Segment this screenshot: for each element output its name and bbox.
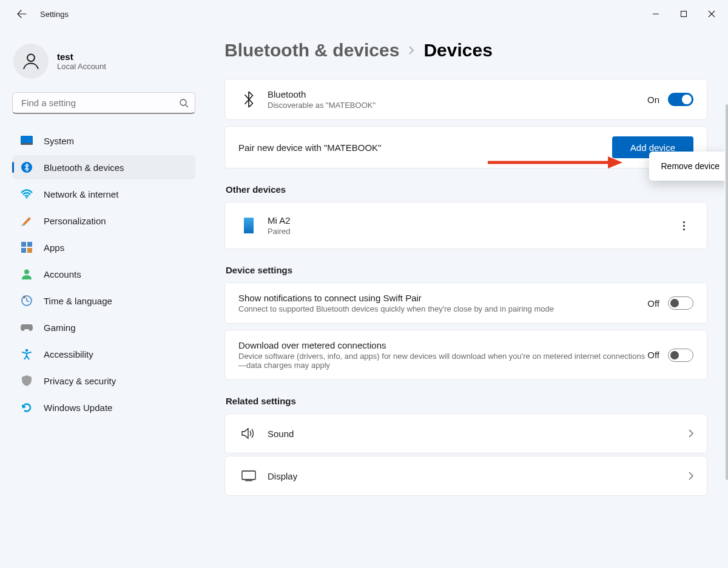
device-more-button[interactable] (674, 216, 693, 235)
svg-rect-17 (242, 471, 255, 479)
device-row[interactable]: Mi A2 Paired (224, 202, 707, 249)
breadcrumb-parent[interactable]: Bluetooth & devices (224, 40, 399, 61)
chevron-right-icon (408, 46, 415, 55)
nav-time[interactable]: Time & language (12, 289, 195, 313)
device-name: Mi A2 (268, 215, 674, 226)
update-icon (21, 401, 33, 413)
chevron-right-icon (689, 429, 693, 438)
svg-rect-12 (27, 248, 32, 253)
app-title: Settings (40, 10, 69, 19)
back-button[interactable] (12, 4, 32, 24)
nav-label: Gaming (44, 322, 76, 333)
nav-privacy[interactable]: Privacy & security (12, 369, 195, 393)
sound-icon (238, 427, 259, 439)
related-display[interactable]: Display (224, 456, 707, 496)
person-icon (21, 268, 33, 280)
minimize-button[interactable] (642, 0, 670, 28)
swift-pair-card: Show notifications to connect using Swif… (224, 282, 707, 324)
svg-point-13 (24, 270, 29, 275)
svg-point-16 (25, 349, 29, 352)
nav-system[interactable]: System (12, 129, 195, 153)
nav-apps[interactable]: Apps (12, 235, 195, 259)
main-panel: Bluetooth & devices Devices Bluetooth Di… (204, 28, 724, 568)
nav-personalization[interactable]: Personalization (12, 209, 195, 233)
svg-line-4 (186, 105, 188, 107)
nav-update[interactable]: Windows Update (12, 395, 195, 419)
device-context-menu: Remove device (649, 152, 725, 181)
phone-icon (238, 218, 259, 233)
swift-pair-title: Show notifications to connect using Swif… (238, 293, 647, 303)
shield-icon (21, 375, 33, 387)
svg-rect-9 (21, 242, 26, 247)
nav-label: System (44, 136, 74, 146)
nav-label: Accessibility (44, 349, 93, 359)
svg-marker-20 (608, 156, 622, 169)
svg-rect-6 (21, 143, 33, 145)
nav-network[interactable]: Network & internet (12, 182, 195, 206)
arrow-left-icon (17, 9, 27, 19)
scrollbar[interactable] (724, 28, 728, 568)
bluetooth-toggle[interactable] (668, 93, 693, 106)
wifi-icon (21, 188, 33, 200)
breadcrumb: Bluetooth & devices Devices (224, 40, 707, 61)
annotation-arrow (488, 155, 622, 170)
section-device-settings: Device settings (226, 265, 707, 275)
pair-device-label: Pair new device with "MATEBOOK" (238, 142, 612, 153)
nav-list: System Bluetooth & devices Network & int… (12, 129, 195, 419)
related-sound[interactable]: Sound (224, 413, 707, 453)
clock-icon (21, 295, 33, 307)
metered-subtitle: Device software (drivers, info, and apps… (238, 352, 647, 370)
metered-status: Off (647, 350, 659, 360)
nav-accessibility[interactable]: Accessibility (12, 342, 195, 366)
nav-label: Time & language (44, 296, 112, 306)
bluetooth-icon (21, 161, 33, 173)
minimize-icon (652, 10, 659, 18)
bluetooth-subtitle: Discoverable as "MATEBOOK" (268, 101, 647, 110)
gamepad-icon (21, 321, 33, 333)
profile-block[interactable]: test Local Account (13, 44, 195, 79)
section-other-devices: Other devices (226, 184, 707, 195)
search-input[interactable] (21, 98, 179, 108)
scrollbar-thumb[interactable] (726, 104, 728, 480)
close-button[interactable] (698, 0, 726, 28)
sidebar: test Local Account System Bluetooth & de… (4, 28, 204, 568)
search-box[interactable] (12, 92, 195, 114)
accessibility-icon (21, 348, 33, 360)
titlebar: Settings (0, 0, 728, 28)
metered-title: Download over metered connections (238, 340, 647, 350)
maximize-button[interactable] (670, 0, 698, 28)
user-icon (21, 51, 41, 72)
bluetooth-glyph-icon (238, 92, 259, 107)
avatar (13, 44, 49, 79)
metered-card: Download over metered connections Device… (224, 330, 707, 380)
swift-pair-status: Off (647, 298, 659, 309)
nav-gaming[interactable]: Gaming (12, 315, 195, 339)
swift-pair-toggle[interactable] (668, 296, 693, 310)
remove-device-item[interactable]: Remove device (649, 155, 725, 177)
display-icon (238, 470, 259, 481)
nav-label: Bluetooth & devices (44, 162, 124, 173)
swift-pair-subtitle: Connect to supported Bluetooth devices q… (238, 304, 647, 313)
system-icon (21, 135, 33, 147)
bluetooth-card: Bluetooth Discoverable as "MATEBOOK" On (224, 79, 707, 120)
svg-point-8 (26, 197, 28, 199)
section-related-settings: Related settings (226, 396, 707, 406)
svg-rect-10 (27, 242, 32, 247)
breadcrumb-current: Devices (423, 40, 492, 61)
nav-bluetooth[interactable]: Bluetooth & devices (12, 155, 195, 179)
username: test (57, 52, 106, 62)
related-display-label: Display (268, 471, 689, 481)
svg-point-3 (180, 99, 186, 105)
nav-accounts[interactable]: Accounts (12, 262, 195, 286)
nav-label: Network & internet (44, 189, 118, 199)
nav-label: Privacy & security (44, 376, 116, 386)
svg-point-15 (23, 296, 25, 298)
svg-point-2 (27, 54, 35, 61)
device-status: Paired (268, 227, 674, 236)
maximize-icon (680, 10, 687, 18)
metered-toggle[interactable] (668, 349, 693, 362)
svg-rect-1 (681, 12, 687, 17)
apps-icon (21, 241, 33, 253)
more-dots-icon (683, 221, 685, 230)
account-type: Local Account (57, 62, 106, 71)
